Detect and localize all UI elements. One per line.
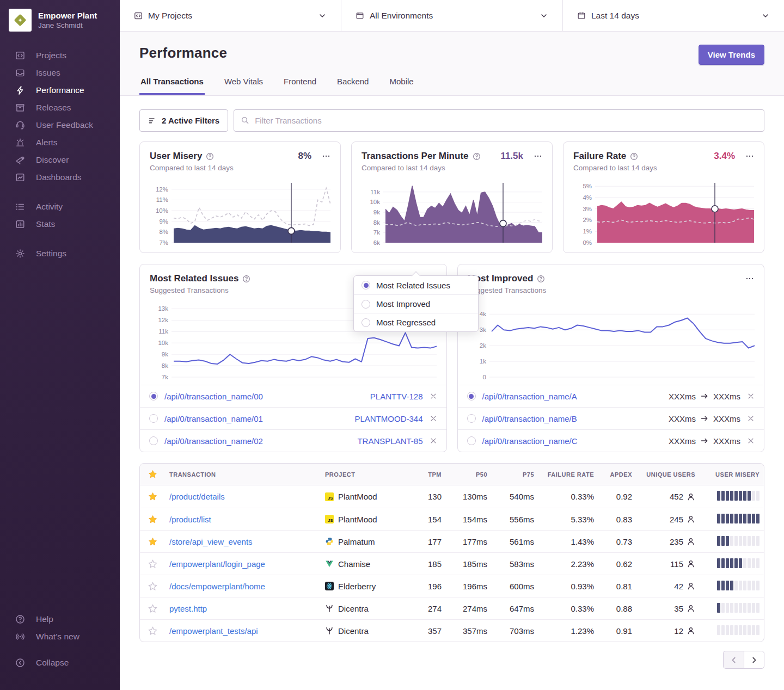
- transaction-link[interactable]: pytest.http: [169, 604, 207, 613]
- tab-backend[interactable]: Backend: [336, 77, 370, 95]
- sidebar-item-stats[interactable]: Stats: [0, 215, 120, 233]
- transaction-radio[interactable]: [467, 392, 476, 401]
- sidebar-item-alerts[interactable]: Alerts: [0, 134, 120, 151]
- transaction-link[interactable]: /store/api_view_events: [169, 537, 253, 546]
- transaction-link[interactable]: /api/0/transaction_name/00: [164, 392, 263, 401]
- close-icon[interactable]: [747, 437, 755, 445]
- transaction-link[interactable]: /api/0/transaction_name/C: [482, 436, 578, 446]
- filter-transactions-input[interactable]: [234, 109, 764, 132]
- transaction-link[interactable]: /api/0/transaction_name/01: [164, 414, 263, 423]
- table-row: /empowerplant/login_page Chamise 185 185…: [140, 552, 764, 575]
- svg-text:2k: 2k: [479, 342, 486, 349]
- question-icon[interactable]: [537, 275, 545, 283]
- sidebar-item-settings[interactable]: Settings: [0, 245, 120, 262]
- tab-frontend[interactable]: Frontend: [283, 77, 317, 95]
- transaction-link[interactable]: /api/0/transaction_name/A: [482, 392, 577, 401]
- transaction-link[interactable]: /empowerplant/login_page: [169, 559, 265, 569]
- star-toggle[interactable]: [140, 582, 165, 591]
- user-misery-cell: [700, 558, 764, 570]
- next-page-button[interactable]: [744, 651, 764, 669]
- metric-card-failure-rate: Failure Rate 3.4% Compared to last 14 da…: [563, 141, 764, 253]
- svg-text:9k: 9k: [373, 209, 380, 215]
- svg-text:8k: 8k: [162, 362, 168, 369]
- sidebar-item-releases[interactable]: Releases: [0, 99, 120, 116]
- column-header-p50: P50: [446, 471, 492, 478]
- tab-web-vitals[interactable]: Web Vitals: [223, 77, 264, 95]
- svg-text:10k: 10k: [158, 340, 168, 346]
- transaction-link[interactable]: /docs/empowerplant/home: [169, 582, 265, 591]
- sidebar-item-help[interactable]: Help: [0, 611, 120, 628]
- star-toggle[interactable]: [140, 626, 165, 636]
- transaction-cell: /empowerplant_tests/api: [165, 626, 321, 636]
- sidebar-item-dashboards[interactable]: Dashboards: [0, 169, 120, 186]
- sidebar-item-what-s-new[interactable]: What’s new: [0, 628, 120, 645]
- ellipsis-icon[interactable]: [534, 152, 542, 161]
- sidebar-item-user-feedback[interactable]: User Feedback: [0, 116, 120, 134]
- close-icon[interactable]: [747, 392, 755, 400]
- filter-my-projects[interactable]: My Projects: [120, 0, 341, 31]
- improved-transaction-row: /api/0/transaction_name/C XXXmsXXXms: [458, 429, 764, 452]
- svg-text:10%: 10%: [156, 207, 168, 214]
- star-toggle[interactable]: [140, 492, 165, 501]
- view-trends-button[interactable]: View Trends: [699, 45, 764, 65]
- menu-item-most-regressed[interactable]: Most Regressed: [354, 313, 478, 331]
- pagination: [120, 642, 784, 669]
- ellipsis-icon[interactable]: [322, 152, 330, 161]
- transaction-radio[interactable]: [467, 414, 476, 423]
- failure-rate-cell: 0.33%: [538, 492, 598, 501]
- sidebar-item-collapse[interactable]: Collapse: [0, 654, 120, 671]
- star-toggle[interactable]: [140, 559, 165, 569]
- filter-all-environments[interactable]: All Environments: [341, 0, 563, 31]
- svg-text:1k: 1k: [479, 358, 486, 365]
- question-icon[interactable]: [630, 152, 638, 161]
- sidebar-item-performance[interactable]: Performance: [0, 82, 120, 99]
- transaction-radio[interactable]: [149, 392, 158, 401]
- issue-link[interactable]: PLANTMOOD-344: [354, 414, 422, 423]
- sidebar-item-activity[interactable]: Activity: [0, 198, 120, 215]
- tab-mobile[interactable]: Mobile: [388, 77, 414, 95]
- filter-last-14-days[interactable]: Last 14 days: [563, 0, 784, 31]
- ellipsis-icon[interactable]: [745, 152, 754, 161]
- close-icon[interactable]: [430, 392, 437, 400]
- transaction-link[interactable]: /empowerplant_tests/api: [169, 626, 258, 636]
- tpm-cell: 154: [412, 515, 446, 524]
- question-icon[interactable]: [242, 275, 250, 283]
- tab-all-transactions[interactable]: All Transactions: [139, 77, 205, 95]
- transaction-radio[interactable]: [149, 436, 158, 445]
- transaction-radio[interactable]: [467, 436, 476, 445]
- issue-link[interactable]: PLANTTV-128: [370, 392, 423, 401]
- tab-bar: All TransactionsWeb VitalsFrontendBacken…: [139, 77, 764, 95]
- menu-item-most-related-issues[interactable]: Most Related Issues: [354, 276, 478, 294]
- menu-item-most-improved[interactable]: Most Improved: [354, 294, 478, 313]
- question-icon[interactable]: [206, 152, 214, 161]
- transaction-link[interactable]: /api/0/transaction_name/02: [164, 436, 263, 446]
- svg-text:4k: 4k: [479, 311, 486, 317]
- column-header-transaction: TRANSACTION: [165, 471, 321, 478]
- transaction-link[interactable]: /api/0/transaction_name/B: [482, 414, 577, 423]
- ellipsis-icon[interactable]: [745, 274, 754, 283]
- transaction-link[interactable]: /product/details: [169, 492, 225, 501]
- close-icon[interactable]: [430, 437, 437, 445]
- active-filters-button[interactable]: 2 Active Filters: [139, 109, 228, 132]
- star-toggle[interactable]: [140, 537, 165, 546]
- card-title: Transactions Per Minute: [362, 151, 469, 162]
- performance-icon: [15, 85, 25, 95]
- unique-users-cell: 235: [636, 537, 700, 546]
- transaction-link[interactable]: /product/list: [169, 515, 211, 524]
- svg-text:4%: 4%: [583, 194, 592, 201]
- sidebar-item-discover[interactable]: Discover: [0, 151, 120, 169]
- close-icon[interactable]: [747, 415, 755, 422]
- project-cell: Chamise: [321, 559, 412, 569]
- question-icon[interactable]: [473, 152, 481, 161]
- star-toggle[interactable]: [140, 515, 165, 524]
- org-switcher[interactable]: Empower Plant Jane Schmidt: [0, 9, 120, 32]
- star-toggle[interactable]: [140, 604, 165, 613]
- previous-page-button[interactable]: [723, 651, 744, 669]
- sidebar-item-projects[interactable]: Projects: [0, 47, 120, 64]
- svg-text:8k: 8k: [373, 219, 380, 226]
- sidebar-item-issues[interactable]: Issues: [0, 64, 120, 82]
- p75-cell: 561ms: [492, 537, 538, 546]
- close-icon[interactable]: [430, 415, 437, 422]
- issue-link[interactable]: TRANSPLANT-85: [357, 436, 422, 446]
- transaction-radio[interactable]: [149, 414, 158, 423]
